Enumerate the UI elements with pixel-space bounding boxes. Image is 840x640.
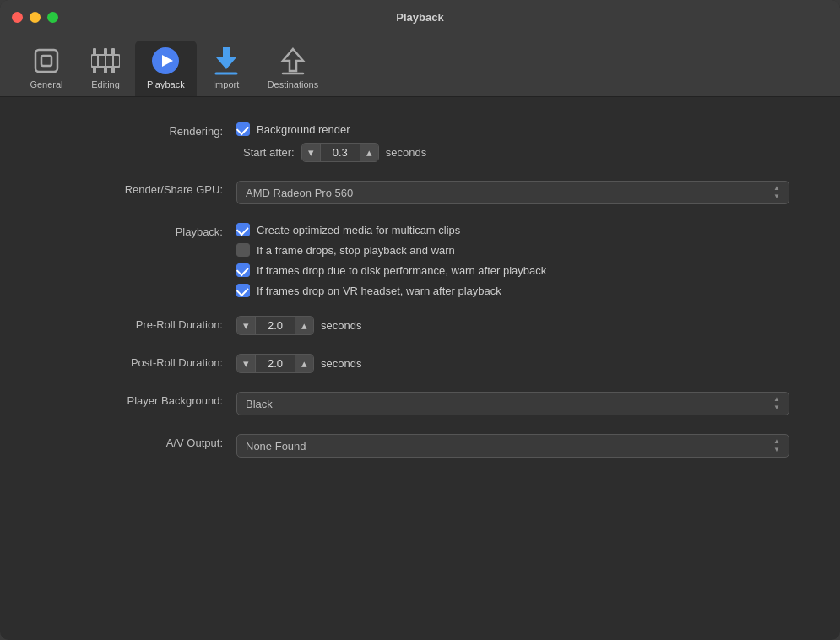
postroll-up-btn[interactable] bbox=[295, 355, 313, 372]
render-gpu-dropdown[interactable]: AMD Radeon Pro 560 ▲ ▼ bbox=[236, 181, 789, 204]
postroll-control: 2.0 seconds bbox=[236, 354, 789, 373]
background-render-label: Background render bbox=[257, 123, 350, 136]
arrow-up-icon: ▲ bbox=[773, 396, 780, 403]
playback-option-1-label: If a frame drops, stop playback and warn bbox=[257, 244, 455, 257]
postroll-label: Post-Roll Duration: bbox=[51, 354, 236, 369]
svg-rect-1 bbox=[41, 56, 51, 66]
playback-row: Playback: Create optimized media for mul… bbox=[51, 223, 789, 297]
window-title: Playback bbox=[396, 11, 443, 24]
av-output-arrows: ▲ ▼ bbox=[773, 438, 780, 453]
preroll-control: 2.0 seconds bbox=[236, 316, 789, 335]
rendering-control: Background render Start after: 0.3 secon… bbox=[236, 122, 789, 162]
av-output-row: A/V Output: None Found ▲ ▼ bbox=[51, 434, 789, 458]
window-controls bbox=[12, 12, 58, 23]
title-bar: Playback bbox=[0, 0, 840, 34]
close-button[interactable] bbox=[12, 12, 23, 23]
playback-label: Playback bbox=[147, 79, 185, 89]
start-after-row: Start after: 0.3 seconds bbox=[243, 143, 789, 162]
svg-rect-11 bbox=[111, 67, 115, 73]
preroll-row: Pre-Roll Duration: 2.0 seconds bbox=[51, 316, 789, 335]
toolbar-item-editing[interactable]: Editing bbox=[76, 41, 135, 96]
svg-rect-0 bbox=[35, 50, 57, 72]
playback-option-2: If frames drop due to disk performance, … bbox=[236, 263, 789, 277]
arrow-up-icon: ▲ bbox=[773, 438, 780, 445]
rendering-row: Rendering: Background render Start after… bbox=[51, 122, 789, 162]
destinations-icon bbox=[278, 46, 308, 76]
start-after-down-btn[interactable] bbox=[302, 144, 321, 161]
render-gpu-value: AMD Radeon Pro 560 bbox=[246, 187, 353, 199]
chevron-down-icon bbox=[243, 319, 249, 332]
preroll-stepper-row: 2.0 seconds bbox=[236, 316, 789, 335]
svg-rect-9 bbox=[93, 67, 96, 73]
playback-option-1: If a frame drops, stop playback and warn bbox=[236, 243, 789, 257]
preroll-seconds-label: seconds bbox=[321, 319, 361, 332]
start-after-stepper[interactable]: 0.3 bbox=[301, 143, 379, 162]
window: Playback General bbox=[0, 0, 840, 640]
background-render-checkbox[interactable] bbox=[236, 122, 250, 136]
playback-option-0-label: Create optimized media for multicam clip… bbox=[257, 224, 460, 236]
postroll-row: Post-Roll Duration: 2.0 seconds bbox=[51, 354, 789, 373]
preroll-down-btn[interactable] bbox=[237, 317, 256, 334]
render-gpu-control: AMD Radeon Pro 560 ▲ ▼ bbox=[236, 181, 789, 204]
playback-checkbox-3[interactable] bbox=[236, 284, 250, 297]
general-label: General bbox=[30, 79, 62, 89]
player-bg-arrows: ▲ ▼ bbox=[773, 396, 780, 411]
playback-checkbox-2[interactable] bbox=[236, 263, 250, 277]
player-bg-label: Player Background: bbox=[51, 392, 236, 407]
start-after-up-btn[interactable] bbox=[360, 144, 378, 161]
playback-option-2-label: If frames drop due to disk performance, … bbox=[257, 264, 546, 277]
preroll-value: 2.0 bbox=[256, 317, 295, 334]
postroll-seconds-label: seconds bbox=[321, 357, 361, 370]
av-output-dropdown[interactable]: None Found ▲ ▼ bbox=[236, 434, 789, 458]
svg-marker-16 bbox=[283, 49, 303, 71]
playback-option-0: Create optimized media for multicam clip… bbox=[236, 223, 789, 236]
svg-marker-14 bbox=[216, 47, 236, 69]
chevron-up-icon bbox=[301, 319, 307, 332]
chevron-down-icon bbox=[308, 146, 314, 159]
svg-rect-10 bbox=[104, 67, 107, 73]
maximize-button[interactable] bbox=[47, 12, 58, 23]
start-after-value: 0.3 bbox=[321, 144, 360, 161]
player-bg-value: Black bbox=[246, 398, 273, 410]
playback-option-3-label: If frames drop on VR headset, warn after… bbox=[257, 285, 501, 297]
chevron-down-icon bbox=[243, 357, 249, 370]
playback-checkbox-1[interactable] bbox=[236, 243, 250, 257]
destinations-label: Destinations bbox=[268, 79, 319, 89]
chevron-up-icon bbox=[301, 357, 307, 370]
svg-rect-7 bbox=[104, 48, 107, 55]
preroll-stepper[interactable]: 2.0 bbox=[236, 316, 314, 335]
player-bg-dropdown[interactable]: Black ▲ ▼ bbox=[236, 392, 789, 415]
av-output-label: A/V Output: bbox=[51, 434, 236, 449]
svg-rect-6 bbox=[93, 48, 96, 55]
toolbar-item-general[interactable]: General bbox=[17, 41, 76, 96]
arrow-down-icon: ▼ bbox=[773, 404, 780, 411]
arrow-down-icon: ▼ bbox=[773, 193, 780, 200]
playback-checkbox-0[interactable] bbox=[236, 223, 250, 236]
playback-label-field: Playback: bbox=[51, 223, 236, 238]
import-icon bbox=[211, 46, 241, 76]
playback-options: Create optimized media for multicam clip… bbox=[236, 223, 789, 297]
postroll-stepper[interactable]: 2.0 bbox=[236, 354, 314, 373]
minimize-button[interactable] bbox=[30, 12, 41, 23]
start-after-label: Start after: bbox=[243, 146, 295, 159]
svg-rect-8 bbox=[111, 48, 115, 55]
render-gpu-row: Render/Share GPU: AMD Radeon Pro 560 ▲ ▼ bbox=[51, 181, 789, 204]
postroll-value: 2.0 bbox=[256, 355, 295, 372]
toolbar-item-import[interactable]: Import bbox=[197, 41, 256, 96]
player-bg-row: Player Background: Black ▲ ▼ bbox=[51, 392, 789, 415]
rendering-label: Rendering: bbox=[51, 122, 236, 138]
player-bg-control: Black ▲ ▼ bbox=[236, 392, 789, 415]
background-render-row: Background render bbox=[236, 122, 789, 136]
general-icon bbox=[31, 46, 62, 76]
chevron-up-icon bbox=[366, 146, 372, 159]
toolbar: General Editing bbox=[0, 34, 840, 97]
toolbar-item-playback[interactable]: Playback bbox=[135, 41, 197, 96]
preroll-up-btn[interactable] bbox=[295, 317, 313, 334]
preroll-label: Pre-Roll Duration: bbox=[51, 316, 236, 331]
render-gpu-label: Render/Share GPU: bbox=[51, 181, 236, 196]
av-output-control: None Found ▲ ▼ bbox=[236, 434, 789, 458]
toolbar-item-destinations[interactable]: Destinations bbox=[256, 41, 331, 96]
postroll-down-btn[interactable] bbox=[237, 355, 256, 372]
render-gpu-arrows: ▲ ▼ bbox=[773, 185, 780, 200]
playback-icon bbox=[150, 46, 181, 76]
